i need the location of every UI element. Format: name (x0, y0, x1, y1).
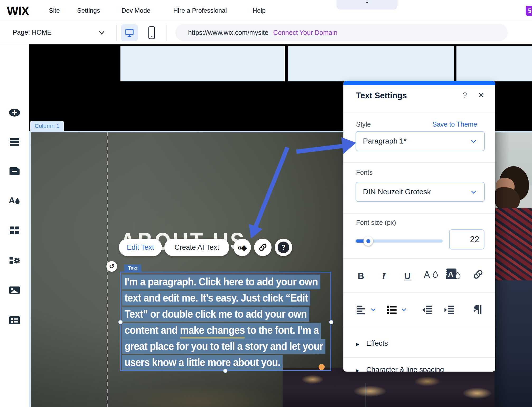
resize-handle-bottom[interactable] (223, 369, 227, 373)
bold-button[interactable]: B (358, 267, 364, 281)
column-left-border (29, 132, 31, 407)
paragraph-line: content and make changes to the font. I’… (122, 323, 321, 340)
add-elements-button[interactable] (9, 224, 20, 236)
ai-suggestion-marker[interactable] (319, 364, 325, 370)
help-icon: ? (278, 242, 289, 253)
chevron-down-icon (400, 306, 407, 313)
highlight-color-button[interactable]: A (445, 267, 462, 281)
help-button[interactable]: ? (275, 239, 292, 256)
panel-close-icon[interactable]: ✕ (478, 91, 484, 100)
divider (343, 162, 495, 163)
notification-badge[interactable]: 5 (526, 6, 532, 16)
save-to-theme-link[interactable]: Save to Theme (432, 121, 477, 128)
style-dropdown[interactable]: Paragraph 1* (356, 131, 485, 151)
sections-icon (9, 138, 20, 146)
panel-help-icon[interactable]: ? (463, 91, 467, 99)
content-manager-button[interactable] (9, 314, 20, 326)
pages-icon (10, 167, 20, 175)
media-button[interactable] (9, 284, 20, 296)
font-size-slider[interactable] (356, 239, 443, 243)
menu-hire-professional[interactable]: Hire a Professional (173, 7, 227, 14)
italic-button[interactable]: I (382, 267, 385, 281)
text-direction-button[interactable] (472, 304, 483, 316)
mobile-view-button[interactable] (145, 25, 158, 41)
spellcheck-underlined-text: make changes (180, 323, 245, 339)
content-lists-icon (9, 316, 20, 325)
add-element-button[interactable] (9, 107, 20, 118)
menu-help[interactable]: Help (253, 7, 265, 14)
align-dropdown-chevron[interactable] (370, 306, 377, 314)
create-ai-text-button[interactable]: Create AI Text (164, 239, 229, 256)
header-section-1[interactable] (120, 46, 285, 81)
rotate-handle[interactable]: ↺ (106, 261, 117, 272)
indent-button[interactable] (444, 304, 455, 316)
link-button[interactable] (254, 239, 272, 256)
selected-text-element[interactable]: Text ↺ I'm a paragraph. Click here to ad… (120, 272, 331, 371)
add-section-button[interactable] (9, 136, 20, 148)
elements-grid-icon (9, 226, 20, 234)
paragraph-line: users know a little more about you. (122, 355, 283, 370)
desktop-view-button[interactable] (121, 24, 138, 41)
text-link-button[interactable] (472, 267, 484, 281)
collapse-topbar-button[interactable]: ⌃ (337, 0, 398, 10)
character-spacing-section-toggle[interactable]: ▶ Character & line spacing (356, 366, 444, 372)
list-dropdown-chevron[interactable] (400, 306, 407, 314)
link-icon (472, 269, 484, 280)
text-color-button[interactable]: A (424, 267, 439, 281)
edit-text-button[interactable]: Edit Text (119, 239, 162, 256)
paragraph-line: I'm a paragraph. Click here to add your … (122, 275, 320, 289)
paragraph-line: text and edit me. It’s easy. Just click … (122, 291, 310, 306)
chevron-down-icon (370, 306, 377, 313)
column-label[interactable]: Column 1 (30, 121, 64, 131)
editor-toolbar: Page: HOME https://www.wix.com/mysite Co… (0, 21, 532, 44)
triangle-right-icon: ▶ (356, 342, 359, 347)
menu-dev-mode[interactable]: Dev Mode (122, 7, 150, 14)
site-url-bar[interactable]: https://www.wix.com/mysite Connect Your … (175, 24, 508, 41)
text-align-button[interactable] (356, 304, 367, 316)
underline-button[interactable]: U (404, 267, 411, 281)
divider (343, 258, 495, 259)
indent-icon (444, 304, 455, 315)
style-dropdown-value: Paragraph 1* (363, 137, 407, 145)
chevron-up-icon: ⌃ (365, 1, 369, 7)
resize-handle-left[interactable] (118, 320, 123, 324)
fonts-dropdown[interactable]: DIN Neuzeit Grotesk (356, 182, 485, 202)
effects-section-toggle[interactable]: ▶ Effects (356, 339, 388, 348)
site-design-button[interactable]: A (9, 195, 20, 206)
divider (343, 292, 495, 293)
character-spacing-label: Character & line spacing (366, 366, 444, 372)
wix-editor-window: WIX Site Settings Dev Mode Hire a Profes… (0, 0, 532, 407)
effects-label: Effects (366, 339, 388, 347)
header-section-3[interactable] (456, 46, 532, 81)
apps-gear-icon (9, 256, 20, 265)
wix-logo[interactable]: WIX (7, 3, 29, 18)
menu-settings[interactable]: Settings (77, 7, 100, 14)
list-format-button[interactable] (386, 304, 397, 316)
divider (116, 25, 117, 41)
resize-handle-right[interactable] (329, 320, 333, 324)
rotate-icon: ↺ (109, 263, 114, 270)
panel-title: Text Settings (356, 91, 407, 100)
mobile-icon (147, 26, 157, 40)
app-market-button[interactable] (9, 255, 20, 266)
page-selector[interactable]: Page: HOME (13, 29, 105, 36)
outdent-button[interactable] (422, 304, 433, 316)
divider (343, 327, 495, 327)
pages-menu-button[interactable] (9, 165, 20, 177)
header-section-2[interactable] (288, 46, 454, 81)
fonts-dropdown-value: DIN Neuzeit Grotesk (363, 188, 431, 196)
divider (166, 25, 167, 41)
font-size-input[interactable] (449, 229, 484, 249)
section-gap-line (366, 383, 366, 407)
slider-handle[interactable] (363, 236, 373, 246)
align-left-icon (356, 304, 367, 315)
site-design-icon: A (9, 196, 20, 205)
highlight-color-icon: A (445, 268, 462, 281)
bullet-list-icon (386, 304, 397, 315)
triangle-right-icon: ▶ (356, 368, 359, 372)
svg-text:A: A (424, 269, 430, 280)
connect-domain-link[interactable]: Connect Your Domain (273, 29, 337, 36)
site-url: https://www.wix.com/mysite (188, 29, 268, 36)
menu-site[interactable]: Site (49, 7, 60, 14)
animation-button[interactable]: « ◆ (234, 239, 251, 256)
